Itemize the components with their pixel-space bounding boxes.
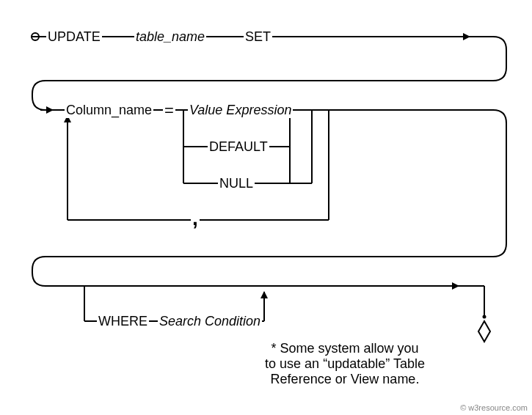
svg-marker-24 bbox=[478, 321, 490, 342]
placeholder-table-name: table_name bbox=[134, 29, 206, 45]
watermark: © w3resource.com bbox=[460, 403, 528, 412]
keyword-default: DEFAULT bbox=[208, 139, 269, 155]
footnote: * Some system allow you to use an “updat… bbox=[227, 341, 462, 387]
symbol-equals: = bbox=[163, 101, 175, 120]
footnote-line1: * Some system allow you bbox=[227, 341, 462, 356]
placeholder-column-name: Column_name bbox=[65, 103, 153, 118]
keyword-set: SET bbox=[244, 29, 272, 45]
placeholder-search-condition: Search Condition bbox=[158, 314, 262, 329]
keyword-update: UPDATE bbox=[46, 29, 102, 45]
footnote-line2: to use an “updatable” Table bbox=[227, 356, 462, 372]
placeholder-value-expression: Value Expression bbox=[188, 103, 293, 118]
syntax-diagram: UPDATE table_name SET Column_name = Valu… bbox=[0, 0, 532, 415]
symbol-comma: , bbox=[191, 207, 200, 230]
keyword-where: WHERE bbox=[97, 314, 149, 329]
footnote-line3: Reference or View name. bbox=[227, 372, 462, 387]
svg-point-23 bbox=[483, 315, 487, 319]
keyword-null: NULL bbox=[218, 176, 255, 191]
